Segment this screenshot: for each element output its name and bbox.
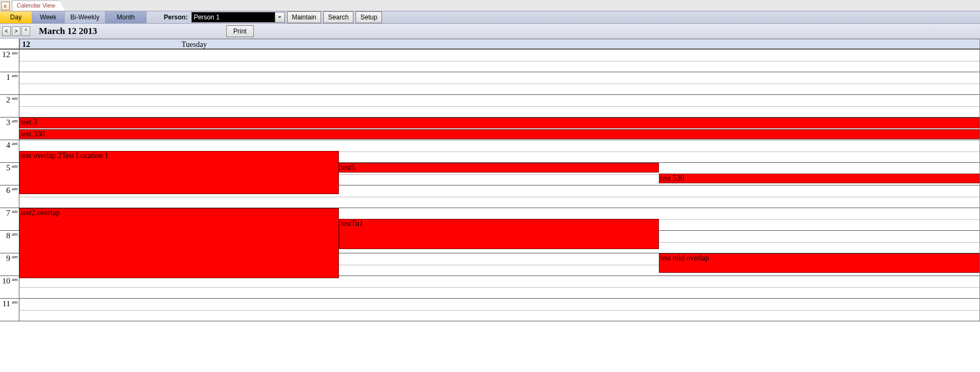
caret-up-icon: ^ [25, 28, 27, 34]
person-combo[interactable] [191, 12, 285, 23]
calendar-event[interactable]: test mid overlap [659, 253, 979, 273]
view-tab-week-label: Week [40, 13, 56, 21]
time-label: 5 am [0, 163, 19, 185]
chevron-right-icon: > [15, 28, 18, 34]
view-tabs: Day Week Bi-Weekly Month [0, 11, 147, 23]
time-label: 6 am [0, 185, 19, 208]
person-input[interactable] [192, 12, 275, 22]
calendar-event[interactable]: test2 overlap [19, 208, 339, 278]
setup-button[interactable]: Setup [356, 11, 382, 23]
document-tabstrip: ≡ Calendar View [0, 0, 980, 11]
day-header-row: 12 Tuesday [0, 39, 980, 50]
time-label: 1 am [0, 72, 19, 95]
time-label: 10 am [0, 276, 19, 299]
time-column-header [0, 39, 19, 49]
calendar-event[interactable]: test5 [339, 163, 658, 173]
print-button[interactable]: Print [226, 25, 254, 37]
time-label: 3 am [0, 118, 19, 140]
nav-prev-button[interactable]: < [2, 26, 11, 36]
view-tab-biweekly[interactable]: Bi-Weekly [65, 11, 106, 23]
calendar-event[interactable]: test 530 [659, 174, 979, 183]
toolbar: Day Week Bi-Weekly Month Person: Maintai… [0, 11, 980, 24]
maintain-button-label: Maintain [292, 13, 316, 21]
time-label: 11 am [0, 299, 19, 321]
nav-next-button[interactable]: > [12, 26, 20, 36]
calendar-event[interactable]: testTu1 [339, 219, 658, 249]
document-tab-calendar[interactable]: Calendar View [12, 1, 65, 11]
view-tab-month[interactable]: Month [106, 11, 147, 23]
view-tab-week[interactable]: Week [32, 11, 65, 23]
day-number: 12 [22, 40, 30, 49]
time-label: 4 am [0, 140, 19, 163]
person-label: Person: [164, 13, 188, 21]
time-label: 8 am [0, 231, 19, 253]
view-tab-day[interactable]: Day [0, 11, 32, 23]
time-label: 2 am [0, 95, 19, 118]
time-label: 9 am [0, 253, 19, 276]
search-button-label: Search [328, 13, 349, 21]
print-button-label: Print [233, 27, 247, 35]
day-column-header[interactable]: 12 Tuesday [19, 39, 980, 49]
maintain-button[interactable]: Maintain [287, 11, 321, 23]
view-tab-biweekly-label: Bi-Weekly [71, 13, 100, 21]
nav-up-button[interactable]: ^ [22, 26, 30, 36]
time-label: 7 am [0, 208, 19, 231]
date-title: March 12 2013 [39, 26, 97, 37]
chevron-left-icon: < [5, 28, 8, 34]
view-tab-day-label: Day [10, 13, 22, 21]
calendar-event[interactable]: test overlap 2Test Location 1 [19, 151, 339, 194]
calendar-event[interactable]: test 3 [19, 118, 979, 128]
day-name: Tuesday [182, 40, 207, 49]
calendar-grid: 12 am1 am2 am3 am4 am5 am6 am7 am8 am9 a… [0, 50, 980, 321]
search-button[interactable]: Search [323, 11, 353, 23]
events-layer: test 3test 330test overlap 2Test Locatio… [19, 50, 979, 321]
access-form-icon: ≡ [1, 2, 10, 10]
setup-button-label: Setup [360, 13, 377, 21]
time-label: 12 am [0, 50, 19, 72]
calendar-event[interactable]: test 330 [19, 129, 979, 139]
person-dropdown-button[interactable] [275, 12, 284, 22]
nav-row: < > ^ March 12 2013 Print [0, 24, 980, 39]
document-tab-label: Calendar View [17, 2, 55, 9]
view-tab-month-label: Month [117, 13, 135, 21]
chevron-down-icon [277, 15, 282, 19]
